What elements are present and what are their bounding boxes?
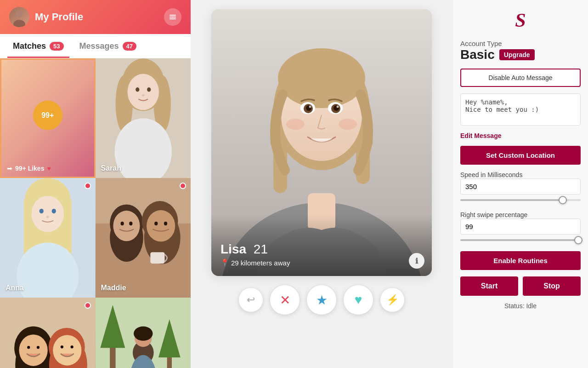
speed-slider-thumb[interactable] [559, 196, 567, 204]
message-textarea[interactable]: Hey %name%, Nice to meet you :) [460, 93, 581, 126]
current-profile-name: Lisa [220, 242, 246, 256]
rewind-icon: ↩ [247, 294, 255, 306]
enable-routines-button[interactable]: Enable Routines [460, 251, 581, 270]
svg-point-11 [147, 87, 151, 92]
svg-point-17 [31, 196, 64, 232]
speed-slider[interactable] [460, 196, 581, 205]
swipe-input[interactable] [460, 218, 581, 235]
svg-point-12 [141, 94, 144, 96]
stop-button[interactable]: Stop [523, 276, 581, 296]
tab-matches[interactable]: Matches 53 [7, 34, 69, 58]
svg-point-9 [127, 74, 158, 110]
tab-messages[interactable]: Messages 47 [74, 34, 142, 58]
svg-point-73 [286, 119, 305, 130]
speed-label: Speed in Milliseconds [460, 171, 581, 178]
profile-header-left: My Profile [9, 7, 83, 27]
account-basic-label: Basic [460, 47, 495, 62]
matches-grid: 99+ ➡ 99+ Likes ♥ [0, 58, 191, 368]
svg-point-53 [134, 327, 153, 341]
svg-point-31 [129, 222, 132, 225]
settings-button[interactable] [164, 8, 181, 26]
profile-info-overlay: Lisa 21 📍 29 kilometers away [211, 214, 432, 276]
match-card-outdoor[interactable] [96, 298, 191, 368]
superlike-button[interactable]: ★ [307, 285, 336, 315]
upgrade-button[interactable]: Upgrade [499, 49, 535, 60]
maddie-label: Maddie [101, 284, 126, 292]
swipe-label: Right swipe percentage [460, 211, 581, 218]
svg-point-20 [46, 216, 49, 218]
set-location-button[interactable]: Set Custom Location [460, 146, 581, 165]
account-type-section: Account Type Basic Upgrade [460, 40, 581, 62]
tab-matches-badge: 53 [50, 42, 63, 51]
svg-rect-3 [170, 17, 176, 17]
heart-icon: ♥ [355, 293, 362, 307]
left-panel: My Profile Matches 53 Messages 47 99+ [0, 0, 191, 368]
tab-messages-label: Messages [79, 41, 119, 51]
swipe-slider-fill [460, 239, 578, 241]
location-icon: 📍 [220, 259, 229, 267]
svg-point-32 [154, 222, 158, 225]
speed-input[interactable] [460, 178, 581, 195]
likes-count-badge: 99+ [33, 101, 62, 130]
info-button[interactable]: ℹ [409, 253, 424, 269]
status-text: Status: Idle [460, 302, 581, 310]
heart-icon: ♥ [47, 165, 51, 172]
rewind-button[interactable]: ↩ [239, 288, 263, 312]
svg-point-72 [337, 106, 339, 108]
svg-point-0 [16, 11, 23, 18]
swipe-slider-thumb[interactable] [574, 236, 582, 244]
swipe-section: Right swipe percentage [460, 211, 581, 245]
boost-button[interactable]: ⚡ [380, 288, 404, 312]
profile-distance: 📍 29 kilometers away [220, 259, 423, 267]
svg-point-30 [120, 222, 124, 225]
anna-label: Anna [6, 284, 24, 292]
boost-icon: ⚡ [386, 294, 399, 306]
anna-notification-dot [85, 183, 91, 189]
svg-point-41 [53, 335, 81, 365]
match-card-anna[interactable]: Anna [0, 178, 96, 298]
dislike-button[interactable]: ✕ [270, 285, 300, 315]
svg-point-29 [147, 210, 175, 242]
avatar[interactable] [9, 7, 29, 27]
like-button[interactable]: ♥ [344, 285, 373, 315]
svg-point-10 [136, 87, 139, 92]
match-card-group[interactable] [0, 298, 96, 368]
profile-name: My Profile [35, 11, 83, 23]
start-button[interactable]: Start [460, 276, 518, 296]
svg-point-38 [19, 334, 48, 366]
svg-point-45 [71, 345, 74, 348]
star-icon: ★ [316, 293, 328, 308]
svg-point-26 [113, 211, 140, 241]
speed-section: Speed in Milliseconds [460, 171, 581, 205]
account-type-label: Account Type [460, 40, 581, 47]
maddie-notification-dot [180, 183, 186, 189]
likes-bottom: ➡ 99+ Likes ♥ [7, 165, 51, 172]
svg-point-44 [61, 345, 63, 348]
group-notification-dot [85, 302, 91, 309]
avatar-image [9, 7, 29, 27]
start-stop-row: Start Stop [460, 276, 581, 296]
match-card-maddie[interactable]: Maddie [96, 178, 191, 298]
logo-area: S [460, 9, 581, 33]
profile-name-age: Lisa 21 [220, 242, 423, 257]
action-buttons: ↩ ✕ ★ ♥ ⚡ [239, 285, 404, 315]
svg-rect-34 [150, 252, 164, 264]
middle-panel: Lisa 21 📍 29 kilometers away ℹ ↩ ✕ ★ ♥ [191, 0, 452, 368]
svg-point-19 [52, 209, 56, 213]
match-card-likes[interactable]: 99+ ➡ 99+ Likes ♥ [0, 58, 96, 178]
swipe-icon: ➡ [7, 165, 12, 172]
disable-auto-message-button[interactable]: Disable Auto Message [460, 69, 581, 87]
match-card-sarah[interactable]: Sarah [96, 58, 191, 178]
dislike-icon: ✕ [280, 293, 290, 308]
lisa-photo: Lisa 21 📍 29 kilometers away ℹ [211, 9, 432, 276]
tabs-row: Matches 53 Messages 47 [0, 34, 191, 58]
app-logo: S [515, 9, 526, 31]
swipe-slider[interactable] [460, 236, 581, 245]
profile-card: Lisa 21 📍 29 kilometers away ℹ [211, 9, 432, 276]
tab-matches-label: Matches [13, 41, 46, 51]
edit-message-link[interactable]: Edit Message [460, 132, 581, 139]
svg-point-42 [27, 346, 30, 349]
tab-messages-badge: 47 [123, 42, 136, 51]
right-panel: S Account Type Basic Upgrade Disable Aut… [452, 0, 588, 368]
svg-point-71 [309, 106, 311, 108]
